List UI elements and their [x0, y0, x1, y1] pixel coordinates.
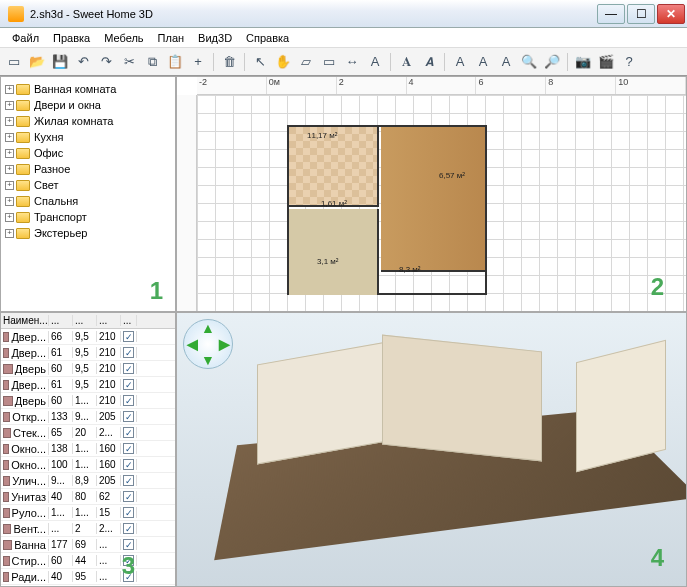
- column-header[interactable]: ...: [73, 315, 97, 326]
- furniture-row[interactable]: Улич...9...8,9205✓: [1, 473, 175, 489]
- expand-icon[interactable]: +: [5, 85, 14, 94]
- close-button[interactable]: ✕: [657, 4, 685, 24]
- navigation-pad[interactable]: ▲ ◀▶ ▼: [183, 319, 233, 369]
- menu-мебель[interactable]: Мебель: [98, 30, 149, 46]
- dim-icon[interactable]: ↔: [342, 52, 362, 72]
- expand-icon[interactable]: +: [5, 165, 14, 174]
- photo-icon[interactable]: 📷: [573, 52, 593, 72]
- help-icon[interactable]: ?: [619, 52, 639, 72]
- catalog-node[interactable]: +Свет: [3, 177, 173, 193]
- new-icon[interactable]: ▭: [4, 52, 24, 72]
- furniture-row[interactable]: Унитаз408062✓: [1, 489, 175, 505]
- bold-icon[interactable]: 𝐀: [396, 52, 416, 72]
- expand-icon[interactable]: +: [5, 229, 14, 238]
- furniture-row[interactable]: Двер...619,5210✓: [1, 345, 175, 361]
- visibility-checkbox[interactable]: ✓: [123, 523, 134, 534]
- floorplan[interactable]: 11,17 м² 1,61 м² 8,3 м² 3,1 м² 6,57 м²: [287, 125, 487, 295]
- italic-icon[interactable]: 𝘼: [419, 52, 439, 72]
- add-icon[interactable]: +: [188, 52, 208, 72]
- furniture-row[interactable]: Окно...1381...160✓: [1, 441, 175, 457]
- room-living[interactable]: [381, 127, 485, 272]
- expand-icon[interactable]: +: [5, 149, 14, 158]
- select-icon[interactable]: ↖: [250, 52, 270, 72]
- menu-план[interactable]: План: [152, 30, 191, 46]
- column-header[interactable]: ...: [121, 315, 137, 326]
- column-header[interactable]: ...: [97, 315, 121, 326]
- pan-icon[interactable]: ✋: [273, 52, 293, 72]
- furniture-row[interactable]: Стир...6044...✓: [1, 553, 175, 569]
- expand-icon[interactable]: +: [5, 213, 14, 222]
- expand-icon[interactable]: +: [5, 101, 14, 110]
- visibility-checkbox[interactable]: ✓: [123, 363, 134, 374]
- furniture-row[interactable]: Откр...1339...205✓: [1, 409, 175, 425]
- text-icon[interactable]: A: [365, 52, 385, 72]
- plan-grid[interactable]: 11,17 м² 1,61 м² 8,3 м² 3,1 м² 6,57 м²: [197, 95, 686, 311]
- view3d-panel[interactable]: ▲ ◀▶ ▼ 4: [176, 312, 687, 587]
- expand-icon[interactable]: +: [5, 181, 14, 190]
- catalog-node[interactable]: +Ванная комната: [3, 81, 173, 97]
- menu-файл[interactable]: Файл: [6, 30, 45, 46]
- zoom-in-icon[interactable]: 🔍: [519, 52, 539, 72]
- catalog-node[interactable]: +Офис: [3, 145, 173, 161]
- catalog-node[interactable]: +Двери и окна: [3, 97, 173, 113]
- visibility-checkbox[interactable]: ✓: [123, 347, 134, 358]
- video-icon[interactable]: 🎬: [596, 52, 616, 72]
- nav-left-icon[interactable]: ◀: [184, 336, 200, 352]
- visibility-checkbox[interactable]: ✓: [123, 491, 134, 502]
- save-icon[interactable]: 💾: [50, 52, 70, 72]
- plan-panel[interactable]: -20м246810 11,17 м² 1,61 м² 8,3 м² 3,1 м…: [176, 76, 687, 312]
- catalog-node[interactable]: +Экстерьер: [3, 225, 173, 241]
- furniture-row[interactable]: Ради...4095...✓: [1, 569, 175, 585]
- catalog-node[interactable]: +Разное: [3, 161, 173, 177]
- furniture-row[interactable]: Руло...1...1...15✓: [1, 505, 175, 521]
- furniture-row[interactable]: Двер...669,5210✓: [1, 329, 175, 345]
- expand-icon[interactable]: +: [5, 197, 14, 206]
- maximize-button[interactable]: ☐: [627, 4, 655, 24]
- visibility-checkbox[interactable]: ✓: [123, 539, 134, 550]
- view3d-scene[interactable]: [237, 343, 666, 566]
- visibility-checkbox[interactable]: ✓: [123, 459, 134, 470]
- visibility-checkbox[interactable]: ✓: [123, 331, 134, 342]
- catalog-node[interactable]: +Транспорт: [3, 209, 173, 225]
- redo-icon[interactable]: ↷: [96, 52, 116, 72]
- nav-up-icon[interactable]: ▲: [200, 320, 216, 336]
- visibility-checkbox[interactable]: ✓: [123, 475, 134, 486]
- furniture-panel[interactable]: Наимен............... Двер...669,5210✓Дв…: [0, 312, 176, 587]
- paste-icon[interactable]: 📋: [165, 52, 185, 72]
- zoom-out-icon[interactable]: 🔎: [542, 52, 562, 72]
- visibility-checkbox[interactable]: ✓: [123, 427, 134, 438]
- room-bath[interactable]: [289, 209, 379, 295]
- furniture-row[interactable]: Двер...619,5210✓: [1, 377, 175, 393]
- furniture-row[interactable]: Ванна17769...✓: [1, 537, 175, 553]
- furniture-header[interactable]: Наимен...............: [1, 313, 175, 329]
- menu-правка[interactable]: Правка: [47, 30, 96, 46]
- furniture-row[interactable]: Дверь609,5210✓: [1, 361, 175, 377]
- open-icon[interactable]: 📂: [27, 52, 47, 72]
- catalog-tree[interactable]: +Ванная комната+Двери и окна+Жилая комна…: [1, 77, 175, 245]
- furniture-row[interactable]: Дверь601...210✓: [1, 393, 175, 409]
- furniture-row[interactable]: Окно...1001...160✓: [1, 457, 175, 473]
- delete-icon[interactable]: 🗑: [219, 52, 239, 72]
- t1-icon[interactable]: A: [450, 52, 470, 72]
- expand-icon[interactable]: +: [5, 133, 14, 142]
- visibility-checkbox[interactable]: ✓: [123, 443, 134, 454]
- minimize-button[interactable]: —: [597, 4, 625, 24]
- column-header[interactable]: ...: [49, 315, 73, 326]
- furniture-row[interactable]: Стек...65202...✓: [1, 425, 175, 441]
- menu-справка[interactable]: Справка: [240, 30, 295, 46]
- catalog-node[interactable]: +Спальня: [3, 193, 173, 209]
- visibility-checkbox[interactable]: ✓: [123, 395, 134, 406]
- room-icon[interactable]: ▭: [319, 52, 339, 72]
- menu-вид3d[interactable]: Вид3D: [192, 30, 238, 46]
- t3-icon[interactable]: A: [496, 52, 516, 72]
- column-header[interactable]: Наимен...: [1, 315, 49, 326]
- copy-icon[interactable]: ⧉: [142, 52, 162, 72]
- t2-icon[interactable]: A: [473, 52, 493, 72]
- furniture-row[interactable]: Вент......22...✓: [1, 521, 175, 537]
- visibility-checkbox[interactable]: ✓: [123, 507, 134, 518]
- visibility-checkbox[interactable]: ✓: [123, 411, 134, 422]
- nav-right-icon[interactable]: ▶: [216, 336, 232, 352]
- expand-icon[interactable]: +: [5, 117, 14, 126]
- undo-icon[interactable]: ↶: [73, 52, 93, 72]
- catalog-node[interactable]: +Жилая комната: [3, 113, 173, 129]
